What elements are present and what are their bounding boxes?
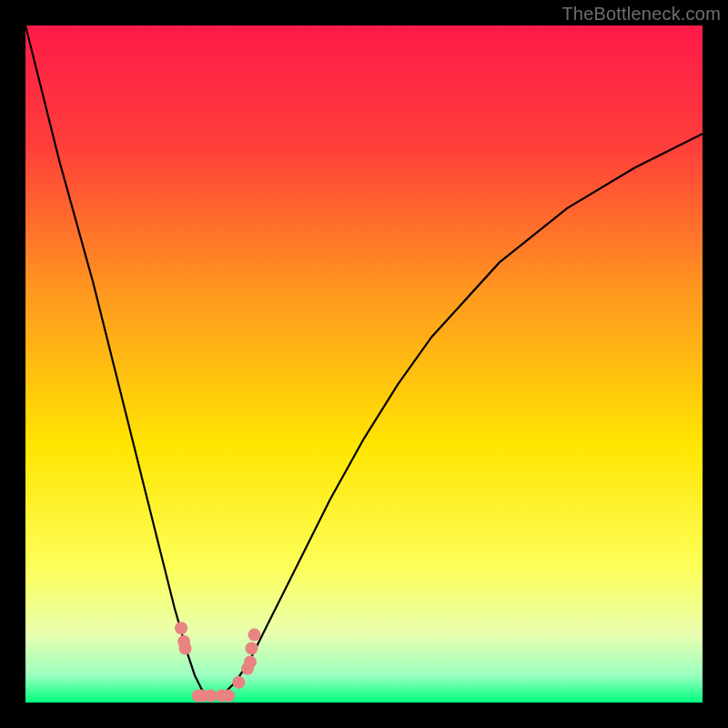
bottleneck-chart <box>25 25 703 703</box>
data-point <box>232 676 245 689</box>
data-point <box>222 690 235 703</box>
data-point <box>246 642 258 655</box>
data-point <box>205 690 217 703</box>
data-point <box>175 622 187 634</box>
watermark-text: TheBottleneck.com <box>561 4 721 25</box>
data-point <box>248 629 261 642</box>
gradient-background <box>25 25 703 703</box>
data-point <box>244 655 257 668</box>
chart-frame <box>25 25 703 703</box>
data-point <box>179 642 192 655</box>
